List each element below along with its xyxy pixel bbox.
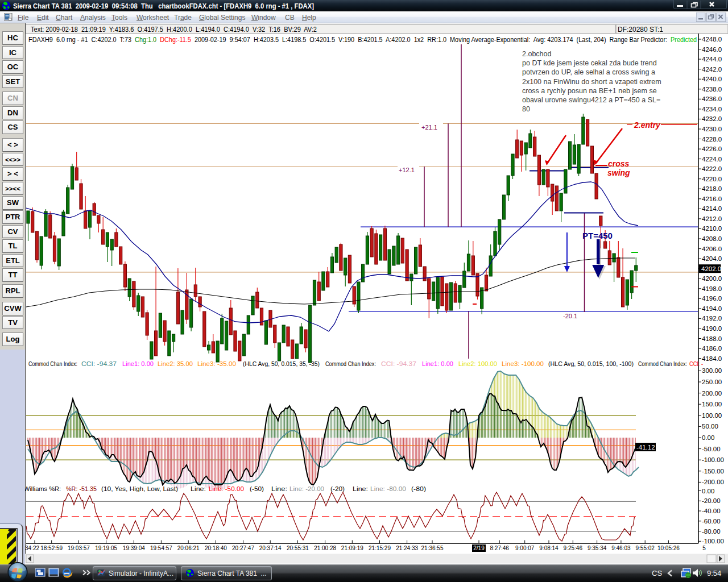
svg-text:9:35:34: 9:35:34: [588, 545, 607, 551]
svg-text:4192.0: 4192.0: [702, 315, 722, 322]
svg-text:-80.00: -80.00: [702, 528, 721, 535]
svg-text:2.entry: 2.entry: [634, 120, 661, 130]
svg-text:4196.0: 4196.0: [702, 295, 722, 302]
svg-text:19:54:57: 19:54:57: [150, 545, 172, 551]
svg-text:CCI: -: CCI: -: [689, 360, 703, 367]
svg-text:4236.0: 4236.0: [702, 95, 722, 102]
svg-text:-50.00: -50.00: [702, 446, 721, 452]
svg-text:po DT kde jsem jeste cekal zda: po DT kde jsem jeste cekal zda bude tren…: [522, 59, 657, 67]
svg-text:4198.0: 4198.0: [702, 285, 722, 292]
svg-text:Line: -50.00: Line: -50.00: [209, 485, 244, 492]
svg-text:9:55:02: 9:55:02: [636, 545, 655, 551]
svg-text:19:39:04: 19:39:04: [123, 545, 145, 551]
svg-text:4234.0: 4234.0: [702, 106, 722, 113]
svg-text:Line: -20.00: Line: -20.00: [289, 485, 324, 492]
svg-text:-60.00: -60.00: [702, 518, 721, 525]
svg-text:80: 80: [522, 105, 530, 113]
svg-text:PT=450: PT=450: [582, 231, 613, 240]
svg-text:Line:: Line:: [191, 485, 206, 492]
svg-text:Williams %R:: Williams %R:: [25, 485, 61, 492]
svg-text:19:03:57: 19:03:57: [68, 545, 90, 551]
svg-text:Line1: 0.00: Line1: 0.00: [422, 360, 453, 367]
svg-text:4194.0: 4194.0: [702, 305, 722, 312]
svg-text:potvrzen do UP, ale selhal a c: potvrzen do UP, ale selhal a cross swing…: [522, 68, 655, 76]
svg-text:9:46:03: 9:46:03: [611, 545, 631, 551]
svg-text:-100.00: -100.00: [702, 538, 724, 544]
svg-text:4186.0: 4186.0: [702, 345, 722, 352]
svg-text:(10, Yes, High, Low, Last): (10, Yes, High, Low, Last): [101, 485, 178, 492]
svg-text:20:06:21: 20:06:21: [177, 545, 200, 551]
svg-text:4246.0: 4246.0: [702, 46, 722, 53]
svg-text:Commod Chan Index:: Commod Chan Index:: [638, 360, 687, 367]
svg-text:4222.0: 4222.0: [702, 165, 722, 172]
svg-text:cross: cross: [608, 159, 630, 168]
svg-text:4232.0: 4232.0: [702, 115, 722, 122]
svg-text:Line3: -100.00: Line3: -100.00: [502, 360, 544, 367]
svg-text:9:00:07: 9:00:07: [515, 545, 535, 551]
svg-text:(HLC Avg, 50, 0.015, 35, -35): (HLC Avg, 50, 0.015, 35, -35): [243, 360, 320, 367]
svg-text:Text: 2009-02-18 21:09:19 Y:: Text: 2009-02-18 21:09:19 Y:4183.6 O:419…: [31, 26, 317, 34]
svg-text:4224.0: 4224.0: [702, 156, 722, 163]
svg-text:9:25:46: 9:25:46: [564, 545, 583, 551]
svg-text:+12.1: +12.1: [399, 167, 415, 173]
svg-text:2/19: 2/19: [473, 545, 485, 551]
svg-text:4240.0: 4240.0: [702, 76, 722, 82]
svg-text:%R: -51.35: %R: -51.35: [66, 485, 97, 492]
svg-text:Line1: 0.00: Line1: 0.00: [122, 360, 154, 367]
svg-text:21:24:33: 21:24:33: [396, 545, 418, 551]
svg-text:Line:: Line:: [271, 485, 287, 492]
svg-text:300.00: 300.00: [702, 367, 722, 374]
svg-text:4206.0: 4206.0: [702, 246, 722, 252]
svg-text:4184.0: 4184.0: [702, 355, 722, 362]
svg-text:4212.0: 4212.0: [702, 215, 722, 222]
svg-text:-20.1: -20.1: [563, 313, 577, 319]
svg-text:0.00: 0.00: [702, 434, 714, 441]
svg-text:21:36:55: 21:36:55: [421, 545, 444, 551]
svg-text:4214.0: 4214.0: [702, 205, 722, 212]
svg-text:4226.0: 4226.0: [702, 146, 722, 152]
svg-text:4248.0: 4248.0: [702, 36, 722, 43]
svg-text:50.00: 50.00: [702, 423, 718, 430]
svg-text:Line3: -35.00: Line3: -35.00: [197, 360, 236, 367]
svg-text:-20.00: -20.00: [702, 497, 721, 504]
svg-text:cross a rychly posun na BE+1 n: cross a rychly posun na BE+1 neb jsem se: [522, 87, 657, 95]
svg-text:(HLC Avg, 50, 0.015, 100, -100: (HLC Avg, 50, 0.015, 100, -100): [548, 360, 634, 367]
svg-text:21:15:29: 21:15:29: [369, 545, 391, 551]
svg-text:4218.0: 4218.0: [702, 185, 722, 192]
svg-text:4188.0: 4188.0: [702, 335, 722, 342]
svg-text:(-80): (-80): [411, 485, 426, 492]
svg-text:4216.0: 4216.0: [702, 196, 722, 202]
svg-text:DF:20280 ST:1: DF:20280 ST:1: [618, 26, 663, 34]
svg-text:FDAXH9 6.0 rng - #1 C:4202.0: FDAXH9 6.0 rng - #1 C:4202.0 T:73 Chg:1.…: [28, 36, 697, 44]
svg-text:4208.0: 4208.0: [702, 235, 722, 242]
svg-text:8:27:46: 8:27:46: [490, 545, 510, 551]
svg-text:20:18:40: 20:18:40: [205, 545, 227, 551]
svg-text:5: 5: [702, 545, 706, 551]
svg-text:(-50): (-50): [250, 485, 264, 492]
svg-text:Line2: 35.00: Line2: 35.00: [158, 360, 193, 367]
svg-text:+21.1: +21.1: [421, 124, 437, 131]
svg-text:-200.00: -200.00: [702, 479, 724, 485]
svg-text:10:05:26: 10:05:26: [657, 545, 680, 551]
svg-text:100.00: 100.00: [702, 412, 722, 419]
svg-text:4228.0: 4228.0: [702, 136, 722, 143]
svg-text:250.00: 250.00: [702, 379, 722, 385]
svg-text:150.00: 150.00: [702, 401, 722, 408]
svg-text:4242.0: 4242.0: [702, 66, 722, 73]
svg-text:19:19:05: 19:19:05: [95, 545, 117, 551]
svg-text:4238.0: 4238.0: [702, 86, 722, 93]
svg-text:4202.0: 4202.0: [701, 265, 721, 272]
svg-text:Commod Chan Index:: Commod Chan Index:: [325, 360, 376, 367]
svg-text:4210.0: 4210.0: [702, 225, 722, 232]
svg-text:4190.0: 4190.0: [702, 325, 722, 332]
svg-text:obaval urovne swingu4212 a PT=: obaval urovne swingu4212 a PT=450 a SL=: [522, 96, 660, 104]
svg-text:4220.0: 4220.0: [702, 176, 722, 182]
svg-text:-150.00: -150.00: [702, 468, 724, 475]
svg-text:20:37:14: 20:37:14: [259, 545, 282, 551]
svg-text:200.00: 200.00: [702, 390, 722, 397]
svg-text:21:00:28: 21:00:28: [314, 545, 336, 551]
svg-text:Sierra Chart TA 381 2009-02-1: Sierra Chart TA 381 2009-02-19 09:54:08 …: [13, 2, 314, 10]
svg-text:18:52:59: 18:52:59: [40, 545, 63, 551]
svg-text:CCI: -94.37: CCI: -94.37: [381, 360, 416, 367]
svg-text:4200.0: 4200.0: [702, 275, 722, 282]
